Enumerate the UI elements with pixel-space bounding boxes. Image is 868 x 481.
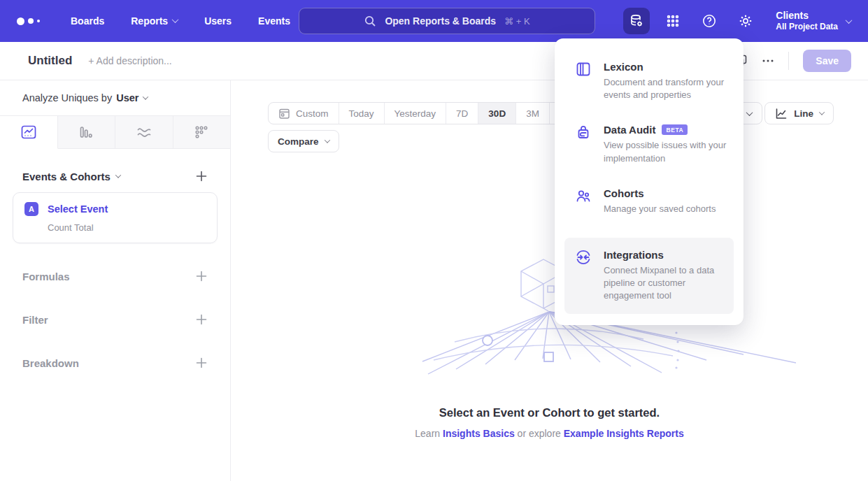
empty-state-links: Learn Insights Basics or explore Example… (231, 428, 868, 439)
database-gear-icon (629, 13, 644, 29)
nav-item-label: Events (258, 15, 290, 27)
date-tab-yesterday[interactable]: Yesterday (385, 103, 447, 124)
menu-item-cohorts[interactable]: Cohorts Manage your saved cohorts (564, 187, 734, 215)
nav-item-label: Boards (71, 15, 104, 27)
report-title[interactable]: Untitled (28, 54, 72, 68)
search-placeholder: Open Reports & Boards (385, 15, 496, 27)
calendar-icon (278, 108, 290, 120)
event-card[interactable]: A Select Event Count Total (13, 192, 218, 243)
settings-button[interactable] (732, 8, 759, 34)
date-tab-custom[interactable]: Custom (269, 103, 339, 124)
mixpanel-logo-icon[interactable] (17, 17, 40, 25)
date-tab-today[interactable]: Today (339, 103, 385, 124)
menu-item-title: Data Audit BETA (604, 124, 730, 136)
line-chart-icon (774, 107, 788, 120)
menu-item-title: Lexicon (604, 61, 730, 73)
nav-item-events[interactable]: Events (258, 15, 290, 27)
date-tab-30d[interactable]: 30D (478, 103, 516, 124)
gear-icon (738, 13, 753, 29)
breakdown-label: Breakdown (22, 357, 79, 369)
lexicon-book-icon (575, 61, 592, 101)
divider (788, 52, 789, 70)
menu-item-integrations[interactable]: Integrations Connect Mixpanel to a data … (564, 238, 734, 314)
empty-state-heading: Select an Event or Cohort to get started… (231, 406, 868, 419)
insights-basics-link[interactable]: Insights Basics (443, 428, 515, 439)
menu-item-description: Document and transform your events and p… (604, 76, 730, 101)
cohorts-people-icon (575, 187, 592, 215)
formulas-section: Formulas (0, 270, 230, 282)
chevron-down-icon (143, 94, 148, 99)
nav-item-reports[interactable]: Reports (131, 15, 178, 27)
query-sidebar: Analyze Uniques by User (0, 80, 231, 481)
menu-item-data-audit[interactable]: Data Audit BETA View possible issues wit… (564, 124, 734, 164)
global-search-input[interactable]: Open Reports & Boards ⌘ + K (299, 8, 595, 34)
data-management-menu: Lexicon Document and transform your even… (555, 38, 744, 325)
analyze-entity-dropdown[interactable]: User (116, 92, 148, 103)
metrics-dots-icon (194, 124, 209, 140)
breakdown-section: Breakdown (0, 357, 230, 369)
nav-item-boards[interactable]: Boards (71, 15, 104, 27)
add-filter-button[interactable] (195, 313, 208, 326)
project-name: Clients (776, 10, 838, 22)
compare-dropdown[interactable]: Compare (268, 130, 339, 152)
filter-label: Filter (22, 314, 48, 326)
project-selector[interactable]: Clients All Project Data (776, 10, 851, 33)
analyze-label: Analyze Uniques by (22, 92, 112, 103)
menu-item-title: Integrations (604, 249, 730, 261)
select-event-button[interactable]: Select Event (48, 203, 108, 215)
menu-item-description: Manage your saved cohorts (604, 203, 716, 215)
chevron-down-icon (324, 137, 329, 143)
integrations-sync-icon (575, 249, 592, 303)
example-reports-link[interactable]: Example Insights Reports (564, 428, 684, 439)
flows-icon (136, 124, 152, 141)
chevron-down-icon (819, 109, 825, 115)
tab-insights-line[interactable] (0, 116, 58, 149)
tab-metrics[interactable] (173, 116, 231, 149)
apps-grid-icon (666, 14, 680, 28)
menu-item-description: View possible issues with your implement… (604, 139, 730, 164)
filter-section: Filter (0, 313, 230, 326)
add-description-field[interactable]: + Add description... (88, 55, 171, 66)
add-breakdown-button[interactable] (195, 357, 208, 369)
data-management-button[interactable] (623, 8, 650, 34)
project-data-scope: All Project Data (776, 22, 838, 32)
bar-chart-icon (78, 124, 94, 140)
insights-chart-icon (20, 124, 37, 141)
menu-item-description: Connect Mixpanel to a data pipeline or c… (604, 264, 730, 303)
event-series-badge: A (24, 202, 38, 216)
add-formula-button[interactable] (195, 270, 208, 282)
nav-item-label: Reports (131, 15, 168, 27)
chevron-down-icon (115, 172, 121, 178)
events-cohorts-dropdown[interactable]: Events & Cohorts (22, 171, 120, 182)
search-icon (364, 15, 376, 27)
top-navbar: Boards Reports Users Events Open Reports… (0, 0, 868, 42)
save-button[interactable]: Save (803, 50, 851, 72)
menu-item-lexicon[interactable]: Lexicon Document and transform your even… (564, 61, 734, 101)
help-circle-icon (702, 13, 717, 29)
chevron-down-icon (846, 17, 853, 24)
chevron-down-icon (746, 109, 753, 116)
nav-item-label: Users (204, 15, 232, 27)
search-shortcut: ⌘ + K (504, 16, 530, 27)
data-audit-lock-icon (575, 124, 592, 164)
more-options-button[interactable] (762, 55, 774, 67)
chevron-down-icon (172, 16, 179, 23)
tab-bar-chart[interactable] (58, 116, 116, 149)
help-button[interactable] (696, 8, 723, 34)
event-aggregation[interactable]: Count Total (48, 222, 206, 233)
formulas-label: Formulas (22, 271, 70, 282)
report-canvas: Custom Today Yesterday 7D 30D 3M 6M (231, 80, 868, 481)
menu-item-title: Cohorts (604, 187, 716, 199)
nav-item-users[interactable]: Users (204, 15, 232, 27)
add-event-button[interactable] (195, 170, 208, 182)
tab-flows[interactable] (115, 116, 173, 149)
chart-type-dropdown[interactable]: Line (764, 102, 834, 124)
apps-grid-button[interactable] (660, 8, 686, 34)
date-tab-3m[interactable]: 3M (516, 103, 550, 124)
analyze-row: Analyze Uniques by User (0, 80, 230, 115)
date-tab-7d[interactable]: 7D (446, 103, 478, 124)
visualization-tabs (0, 115, 230, 149)
beta-badge: BETA (662, 124, 688, 135)
